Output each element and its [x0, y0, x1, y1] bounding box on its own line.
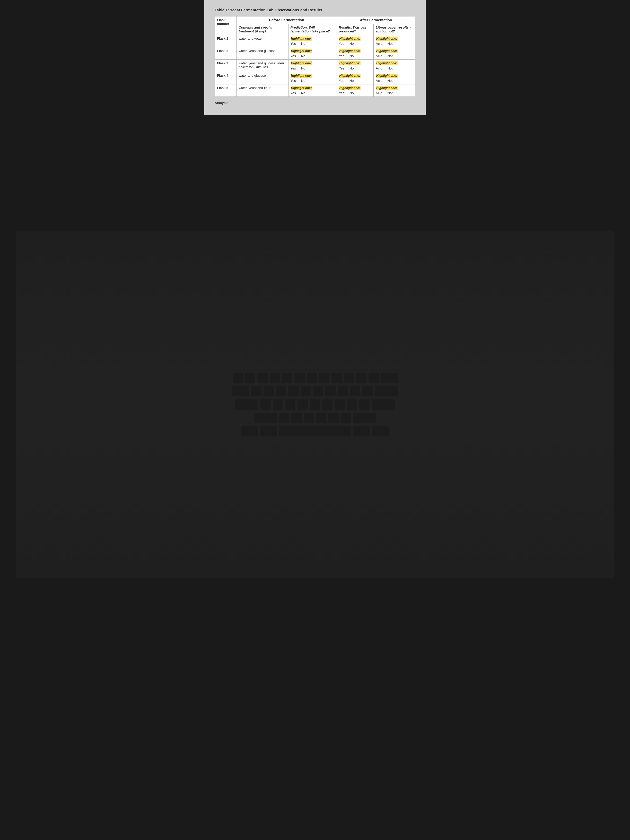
results-no-5: No — [349, 91, 354, 95]
prediction-no-4: No — [301, 79, 305, 83]
table-row-5: Flask 5 water, yeast and flour Highlight… — [215, 84, 415, 97]
key — [319, 373, 329, 383]
litmus-not-5: Not — [387, 91, 392, 95]
key-row-1 — [233, 373, 398, 383]
results-cell-5: Highlight one: Yes No — [336, 84, 374, 97]
key — [332, 373, 342, 383]
key — [322, 399, 333, 410]
litmus-not-2: Not — [387, 54, 392, 58]
key — [353, 413, 376, 423]
key — [313, 386, 323, 396]
key — [368, 373, 379, 383]
results-cell-4: Highlight one: Yes No — [336, 72, 374, 84]
litmus-highlight-4: Highlight one: — [376, 74, 398, 78]
contents-cell-1: water and yeast — [237, 35, 288, 47]
key — [341, 413, 351, 423]
results-yes-5: Yes — [339, 91, 344, 95]
litmus-header: Litmus paper results - acid or not? — [374, 24, 415, 35]
prediction-no-2: No — [301, 54, 305, 58]
results-no-2: No — [349, 54, 354, 58]
key — [260, 426, 277, 436]
key — [294, 373, 305, 383]
fermentation-table: Flask number Before Fermentation After F… — [215, 16, 415, 97]
prediction-no-5: No — [301, 91, 305, 95]
flask-label-3: Flask 3 — [215, 60, 237, 72]
key — [353, 426, 370, 436]
keyboard-shape — [16, 231, 614, 578]
prediction-cell-1: Highlight one: Yes No — [288, 35, 336, 47]
key — [316, 413, 326, 423]
key — [291, 413, 302, 423]
prediction-highlight-3: Highlight one: — [291, 61, 313, 65]
results-no-3: No — [349, 66, 354, 70]
key — [307, 373, 317, 383]
key — [254, 413, 277, 423]
prediction-yes-3: Yes — [291, 66, 296, 70]
results-cell-3: Highlight one: Yes No — [336, 60, 374, 72]
prediction-cell-4: Highlight one: Yes No — [288, 72, 336, 84]
key — [347, 399, 357, 410]
results-highlight-2: Highlight one: — [339, 49, 361, 53]
results-yes-3: Yes — [339, 66, 344, 70]
litmus-not-3: Not — [387, 66, 392, 70]
key — [301, 386, 311, 396]
prediction-no-1: No — [301, 42, 305, 46]
litmus-acid-2: Acid — [376, 54, 382, 58]
key — [356, 373, 366, 383]
key-row-3 — [235, 399, 395, 410]
contents-cell-2: water, yeast and glucose — [237, 47, 288, 60]
litmus-acid-3: Acid — [376, 66, 382, 70]
litmus-acid-1: Acid — [376, 42, 382, 46]
contents-cell-3: water, yeast and glucose, then boiled fo… — [237, 60, 288, 72]
table-title: Table 1: Yeast Fermentation Lab Observat… — [215, 8, 415, 12]
prediction-no-3: No — [301, 66, 305, 70]
results-highlight-4: Highlight one: — [339, 74, 361, 78]
results-yes-1: Yes — [339, 42, 344, 46]
flask-label-5: Flask 5 — [215, 84, 237, 97]
results-highlight-5: Highlight one: — [339, 86, 361, 90]
key — [335, 399, 345, 410]
prediction-highlight-1: Highlight one: — [291, 36, 313, 41]
prediction-header: Prediction: Will fermentation take place… — [288, 24, 336, 35]
key — [288, 386, 298, 396]
key — [257, 373, 268, 383]
key — [304, 413, 314, 423]
key — [233, 373, 243, 383]
litmus-cell-1: Highlight one: Acid Not — [374, 35, 415, 47]
key — [279, 413, 289, 423]
litmus-not-1: Not — [387, 42, 392, 46]
litmus-acid-4: Acid — [376, 79, 382, 83]
results-cell-2: Highlight one: Yes No — [336, 47, 374, 60]
results-header: Results: Was gas produced? — [336, 24, 374, 35]
before-fermentation-header: Before Fermentation — [237, 16, 336, 24]
table-row-1: Flask 1 water and yeast Highlight one: Y… — [215, 35, 415, 47]
prediction-cell-2: Highlight one: Yes No — [288, 47, 336, 60]
key — [372, 426, 388, 436]
key — [251, 386, 262, 396]
after-fermentation-header: After Fermentation — [336, 16, 415, 24]
table-row-4: Flask 4 water and glucose Highlight one:… — [215, 72, 415, 84]
dark-background — [0, 115, 630, 578]
prediction-highlight-2: Highlight one: — [291, 49, 313, 53]
key — [232, 386, 249, 396]
litmus-not-4: Not — [387, 79, 392, 83]
prediction-highlight-4: Highlight one: — [291, 74, 313, 78]
key — [235, 399, 258, 410]
key-row-2 — [232, 386, 398, 396]
key — [362, 386, 373, 396]
key — [297, 399, 308, 410]
contents-cell-4: water and glucose — [237, 72, 288, 84]
litmus-highlight-3: Highlight one: — [376, 61, 398, 65]
results-cell-1: Highlight one: Yes No — [336, 35, 374, 47]
analysis-label: Analysis: — [215, 101, 415, 105]
table-row-2: Flask 2 water, yeast and glucose Highlig… — [215, 47, 415, 60]
prediction-yes-5: Yes — [291, 91, 296, 95]
keyboard-overlay — [0, 115, 630, 578]
page-container: Table 1: Yeast Fermentation Lab Observat… — [204, 0, 426, 115]
prediction-yes-4: Yes — [291, 79, 296, 83]
key — [285, 399, 295, 410]
key — [328, 413, 339, 423]
key — [372, 399, 395, 410]
key — [245, 373, 255, 383]
key-space — [279, 426, 351, 436]
